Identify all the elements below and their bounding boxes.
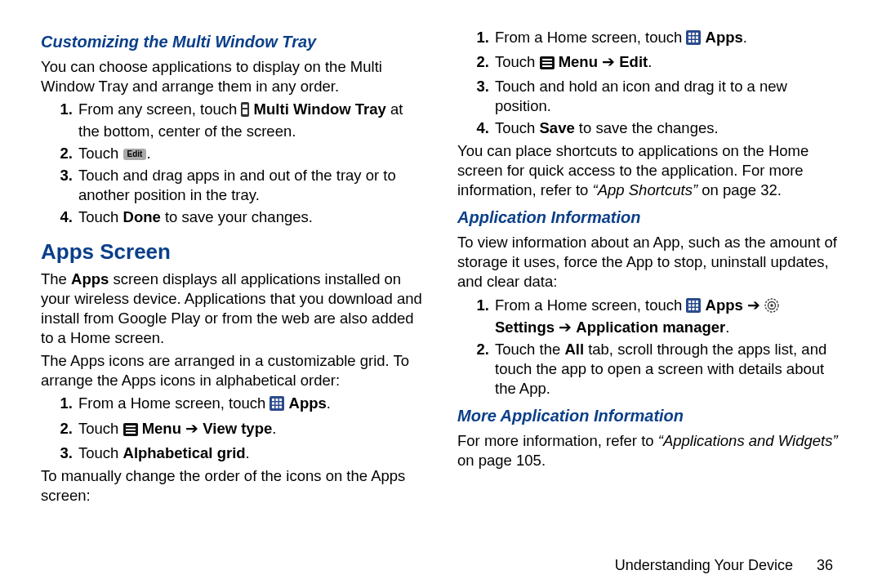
svg-rect-6 xyxy=(279,399,282,401)
step-1: From a Home screen, touch Apps ➔ Setting… xyxy=(493,296,841,337)
text: . xyxy=(272,420,276,437)
step-2: Touch Menu ➔ View type. xyxy=(77,419,425,441)
text: Touch xyxy=(495,53,540,70)
svg-rect-37 xyxy=(696,304,698,306)
text: Touch xyxy=(78,145,123,162)
text: to save the changes. xyxy=(575,119,719,136)
svg-rect-21 xyxy=(688,37,691,39)
text: For more information, refer to xyxy=(457,432,658,449)
heading-apps-screen: Apps Screen xyxy=(41,238,425,266)
svg-rect-19 xyxy=(693,33,695,35)
svg-rect-5 xyxy=(276,399,278,401)
menu-icon xyxy=(540,55,555,74)
arrow-icon: ➔ xyxy=(598,53,619,70)
svg-rect-38 xyxy=(688,308,691,310)
svg-rect-9 xyxy=(279,403,282,405)
svg-rect-34 xyxy=(696,301,698,303)
apps-grid-icon xyxy=(270,396,284,416)
para-apps-1: The Apps screen displays all application… xyxy=(41,270,425,348)
svg-rect-12 xyxy=(279,406,282,408)
step-4: Touch Done to save your changes. xyxy=(77,207,425,227)
edit-button-icon: Edit xyxy=(123,149,147,160)
step-1: From a Home screen, touch Apps. xyxy=(77,394,425,416)
para-customize-intro: You can choose applications to display o… xyxy=(41,57,425,96)
steps-app-info: From a Home screen, touch Apps ➔ Setting… xyxy=(457,296,841,399)
step-3: Touch Alphabetical grid. xyxy=(77,443,425,463)
text: From a Home screen, touch xyxy=(495,296,686,314)
label-settings: Settings xyxy=(495,318,555,336)
label-apps: Apps xyxy=(289,394,327,412)
arrow-icon: ➔ xyxy=(743,296,764,314)
text: . xyxy=(327,394,331,412)
step-1: From any screen, touch Multi Window Tray… xyxy=(77,100,425,141)
svg-rect-7 xyxy=(272,403,274,405)
ref-apps-widgets: “Applications and Widgets” xyxy=(658,432,838,449)
heading-app-info: Application Information xyxy=(457,207,841,228)
label-apps: Apps xyxy=(71,270,109,287)
svg-rect-11 xyxy=(276,406,278,408)
svg-rect-35 xyxy=(688,304,691,306)
steps-manual-order: From a Home screen, touch Apps. Touch Me… xyxy=(457,28,841,138)
text: Touch xyxy=(78,444,123,461)
text: to save your changes. xyxy=(161,208,313,225)
footer-section: Understanding Your Device xyxy=(615,557,793,573)
text: Touch the xyxy=(495,341,564,358)
apps-grid-icon xyxy=(686,298,701,318)
menu-icon xyxy=(123,421,138,441)
svg-rect-22 xyxy=(693,37,695,39)
right-column: From a Home screen, touch Apps. Touch Me… xyxy=(457,24,841,509)
text: on page 105. xyxy=(457,452,546,469)
heading-more-app-info: More Application Information xyxy=(457,405,841,426)
svg-rect-25 xyxy=(693,40,695,42)
label-apps: Apps xyxy=(706,296,743,314)
svg-rect-23 xyxy=(696,37,698,39)
label-done: Done xyxy=(123,208,161,225)
svg-rect-4 xyxy=(272,399,274,401)
svg-rect-14 xyxy=(126,425,136,427)
text: From any screen, touch xyxy=(78,100,241,118)
svg-point-43 xyxy=(770,304,773,307)
svg-rect-29 xyxy=(542,62,552,64)
svg-rect-2 xyxy=(243,109,247,114)
left-column: Customizing the Multi Window Tray You ca… xyxy=(41,24,425,509)
settings-gear-icon xyxy=(764,298,779,318)
label-menu: Menu xyxy=(142,420,181,437)
steps-customize-tray: From any screen, touch Multi Window Tray… xyxy=(41,100,425,227)
text: From a Home screen, touch xyxy=(78,394,270,412)
step-2: Touch Edit. xyxy=(77,144,425,163)
svg-rect-24 xyxy=(688,40,691,42)
svg-rect-28 xyxy=(542,59,552,60)
svg-rect-10 xyxy=(272,406,274,408)
para-manual-order: To manually change the order of the icon… xyxy=(41,466,425,506)
svg-rect-32 xyxy=(688,301,691,303)
para-more-info: For more information, refer to “Applicat… xyxy=(457,431,841,470)
step-3: Touch and hold an icon and drag it to a … xyxy=(493,77,841,116)
step-4: Touch Save to save the changes. xyxy=(493,118,841,138)
step-2: Touch Menu ➔ Edit. xyxy=(493,52,841,74)
para-shortcuts: You can place shortcuts to applications … xyxy=(457,141,841,200)
step-3: Touch and drag apps in and out of the tr… xyxy=(77,166,425,205)
label-edit: Edit xyxy=(619,53,648,70)
label-save: Save xyxy=(540,119,575,136)
steps-alphabetical: From a Home screen, touch Apps. Touch Me… xyxy=(41,394,425,462)
label-alphabetical-grid: Alphabetical grid xyxy=(123,444,246,461)
label-multi-window-tray: Multi Window Tray xyxy=(249,100,385,118)
svg-rect-30 xyxy=(542,65,552,67)
text: on page 32. xyxy=(697,181,782,198)
ref-app-shortcuts: “App Shortcuts” xyxy=(593,181,698,198)
multi-window-tray-icon xyxy=(241,102,249,122)
text: . xyxy=(725,318,729,336)
heading-customizing: Customizing the Multi Window Tray xyxy=(41,31,425,52)
page-number: 36 xyxy=(817,557,833,573)
svg-rect-39 xyxy=(693,308,695,310)
label-app-manager: Application manager xyxy=(576,318,725,336)
svg-rect-36 xyxy=(693,304,695,306)
apps-grid-icon xyxy=(686,30,701,50)
label-view-type: View type xyxy=(203,420,272,437)
text: . xyxy=(743,29,747,46)
arrow-icon: ➔ xyxy=(181,420,203,437)
svg-rect-26 xyxy=(696,40,698,42)
label-all-tab: All xyxy=(564,341,584,358)
svg-rect-1 xyxy=(243,105,247,108)
page-footer: Understanding Your Device 36 xyxy=(615,556,833,575)
